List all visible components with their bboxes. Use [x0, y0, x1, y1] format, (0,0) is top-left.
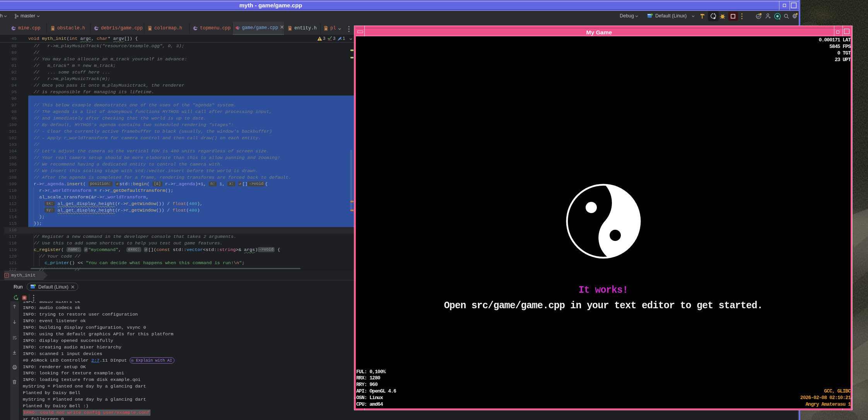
svg-text:H: H — [325, 27, 326, 30]
svg-text:H: H — [149, 27, 150, 30]
svg-text:H: H — [52, 27, 53, 30]
svg-text:f: f — [6, 274, 8, 277]
svg-text:H: H — [289, 27, 290, 30]
